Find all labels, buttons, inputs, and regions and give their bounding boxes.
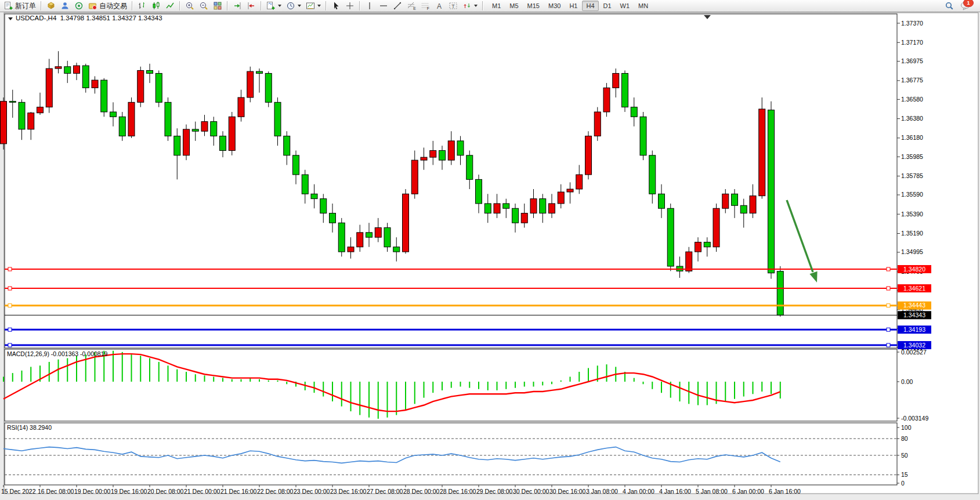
zoom-in-button[interactable] <box>183 0 197 12</box>
hline-handle[interactable] <box>8 287 12 290</box>
timeframe-button-D1[interactable]: D1 <box>599 1 616 11</box>
time-axis-label: 22 Dec 08:00 <box>257 488 294 495</box>
zoom-out-icon <box>199 1 208 10</box>
person-icon <box>60 1 70 10</box>
hline-handle[interactable] <box>8 343 12 347</box>
search-button[interactable] <box>942 0 956 12</box>
line-chart-icon <box>165 1 175 10</box>
cursor-tool-button[interactable] <box>329 0 343 12</box>
price-axis-tick: 1.36775 <box>901 77 923 84</box>
notification-badge: 1 <box>963 0 974 7</box>
time-axis-label: 30 Dec 00:00 <box>513 488 549 495</box>
vertical-line-tool-button[interactable] <box>363 0 377 12</box>
new-order-icon <box>4 1 13 10</box>
price-axis-tick: 1.36180 <box>901 134 923 141</box>
auto-scroll-button[interactable] <box>244 0 258 12</box>
text-tool-button[interactable]: A <box>432 0 446 12</box>
hline-handle[interactable] <box>887 267 890 271</box>
price-axis-tick: 1.36580 <box>901 96 923 103</box>
gold-cube-icon <box>46 1 56 10</box>
time-axis-label: 19 Dec 00:00 <box>74 488 111 495</box>
crosshair-icon <box>345 1 355 10</box>
shapes-tool-button[interactable] <box>460 0 480 12</box>
toolbar-separator <box>326 1 327 10</box>
hline-handle[interactable] <box>887 343 890 347</box>
hline-handle[interactable] <box>887 304 890 307</box>
timeframe-button-H1[interactable]: H1 <box>565 1 581 11</box>
text-icon: A <box>435 1 444 10</box>
timeframe-button-M1[interactable]: M1 <box>488 1 505 11</box>
candle-chart-button[interactable] <box>149 0 163 12</box>
price-axis-tick: 1.35785 <box>901 172 923 179</box>
hline-handle[interactable] <box>8 304 12 307</box>
svg-text:1.34343: 1.34343 <box>903 311 925 318</box>
horizontal-line-tool-button[interactable] <box>377 0 390 12</box>
timeframe-group: M1M5M15M30H1H4D1W1MN <box>488 1 652 11</box>
tile-windows-button[interactable] <box>211 0 225 12</box>
time-axis-label: 23 Dec 00:00 <box>294 488 330 495</box>
crosshair-tool-button[interactable] <box>343 0 357 12</box>
toolbar-separator <box>132 1 133 10</box>
hline-handle[interactable] <box>8 267 12 271</box>
chart-shift-button[interactable] <box>230 0 244 12</box>
periods-button[interactable] <box>284 0 303 12</box>
svg-text:T: T <box>451 3 455 9</box>
hline-handle[interactable] <box>8 328 12 331</box>
price-axis-tick: 1.37370 <box>901 20 923 27</box>
hline-handle[interactable] <box>887 328 890 331</box>
new-order-button[interactable]: 新订单 <box>2 0 38 12</box>
bar-chart-button[interactable] <box>135 0 149 12</box>
chart-canvas[interactable]: 1.373701.371701.369751.367751.365801.363… <box>0 12 980 500</box>
ohlc-bars-icon <box>138 1 147 10</box>
price-axis-tick: 1.35590 <box>901 191 923 198</box>
add-indicator-icon <box>266 1 276 10</box>
indicators-caret-icon <box>278 5 281 7</box>
svg-text:1.34443: 1.34443 <box>903 302 925 309</box>
cursor-icon <box>331 1 341 10</box>
fibonacci-tool-button[interactable]: E <box>404 0 418 12</box>
chat-button[interactable]: 1 <box>960 1 972 11</box>
timeframe-button-M15[interactable]: M15 <box>523 1 544 11</box>
toolbar-separator <box>482 1 483 10</box>
grid-tool-button[interactable]: F <box>418 0 432 12</box>
periods-caret-icon <box>298 5 301 7</box>
chart-shift-icon <box>233 1 242 10</box>
price-axis-tick: 1.37170 <box>901 39 923 46</box>
signal-button[interactable] <box>72 0 86 12</box>
rsi-label: RSI(14) 38.2940 <box>7 424 52 431</box>
toolbar-separator <box>227 1 228 10</box>
time-axis-label: 6 Jan 00:00 <box>732 488 764 495</box>
zoom-in-icon <box>185 1 194 10</box>
clock-icon <box>286 1 295 10</box>
vertical-line-icon <box>365 1 374 10</box>
svg-text:1.34193: 1.34193 <box>903 326 925 333</box>
time-axis-label: 15 Dec 2022 <box>1 488 36 495</box>
time-axis-label: 3 Jan 08:00 <box>586 488 618 495</box>
line-chart-button[interactable] <box>163 0 177 12</box>
label-tool-button[interactable]: T <box>446 0 460 12</box>
price-axis-tick: 1.35390 <box>901 211 923 218</box>
time-axis-label: 4 Jan 16:00 <box>659 488 691 495</box>
templates-button[interactable] <box>303 0 323 12</box>
indicators-button[interactable] <box>264 0 284 12</box>
timeframe-button-W1[interactable]: W1 <box>616 1 634 11</box>
zoom-out-button[interactable] <box>197 0 211 12</box>
macd-axis-tick: -0.003149 <box>901 415 928 422</box>
rsi-axis-tick: 50 <box>901 452 908 459</box>
market-depth-button[interactable] <box>44 0 58 12</box>
time-axis-label: 29 Dec 08:00 <box>476 488 513 495</box>
tile-windows-icon <box>213 1 222 10</box>
hline-handle[interactable] <box>887 287 890 290</box>
toolbar-separator <box>179 1 180 10</box>
timeframe-button-M5[interactable]: M5 <box>505 1 522 11</box>
time-axis-label: 5 Jan 08:00 <box>696 488 728 495</box>
trendline-icon <box>393 1 402 10</box>
timeframe-button-M30[interactable]: M30 <box>544 1 565 11</box>
community-button[interactable] <box>58 0 72 12</box>
auto-trade-button[interactable]: 自动交易 <box>86 0 129 12</box>
grid-icon: F <box>421 1 430 10</box>
trendline-tool-button[interactable] <box>390 0 404 12</box>
timeframe-button-MN[interactable]: MN <box>634 1 652 11</box>
timeframe-button-H4[interactable]: H4 <box>582 1 598 11</box>
rsi-axis-tick: 15 <box>901 471 908 478</box>
